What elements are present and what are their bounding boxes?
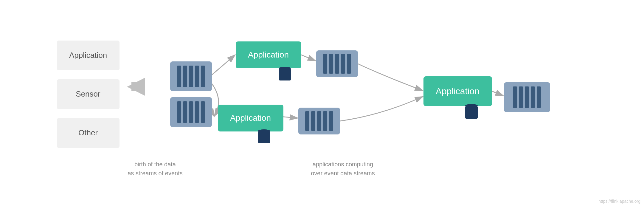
queue-icon-2 [170,97,212,127]
source-box-application: Application [57,41,120,70]
app-3-label: Application [436,86,479,96]
queue-bar [189,101,193,123]
queue-bar [323,111,327,131]
db-icon-1 [279,67,291,80]
queue-bar [195,101,199,123]
app-1-label: Application [248,50,289,60]
queue-bar [195,66,199,87]
queue-bar [531,86,535,108]
queue-bar [317,111,321,131]
queue-bar [513,86,517,108]
svg-line-8 [492,91,503,96]
queue-bar [335,54,339,74]
queue-bar [537,86,541,108]
queue-bar [177,101,181,123]
queue-bar [323,54,327,74]
app-box-1: Application [236,41,301,68]
diagram-container: Application Sensor Other Application [0,0,644,206]
queue-bar [183,101,187,123]
svg-line-4 [212,55,235,75]
queue-bar [201,66,205,87]
queue-icon-1 [170,61,212,91]
db-body [258,131,270,143]
bottom-label-1: birth of the dataas streams of events [114,160,197,178]
db-icon-2 [258,129,270,143]
source-sensor-label: Sensor [76,89,100,99]
queue-bar [311,111,315,131]
db-icon-3 [465,104,478,119]
bottom-label-1-text: birth of the dataas streams of events [128,161,183,176]
bottom-label-2: applications computingover event data st… [292,160,394,178]
source-other-label: Other [78,128,98,137]
queue-bar [201,101,205,123]
source-box-sensor: Sensor [57,79,120,109]
queue-bar [519,86,523,108]
app-2-label: Application [230,113,271,123]
queue-bar [183,66,187,87]
queue-icon-4 [298,108,340,134]
svg-rect-3 [131,82,145,91]
db-body [279,69,291,80]
svg-line-5 [212,112,214,117]
queue-bar [177,66,181,87]
queue-bar [329,54,333,74]
app-box-2: Application [218,105,283,131]
queue-bar [305,111,309,131]
db-body [465,106,478,119]
bottom-label-2-text: applications computingover event data st… [311,161,375,176]
svg-marker-2 [127,78,145,96]
source-box-other: Other [57,118,120,148]
queue-bar [347,54,351,74]
app-box-3: Application [423,76,492,106]
queue-icon-3 [316,50,358,77]
watermark: https://flink.apache.org [598,199,640,204]
queue-bar [341,54,345,74]
queue-bar [329,111,333,131]
queue-bar [189,66,193,87]
queue-icon-5 [504,82,550,112]
source-application-label: Application [69,51,107,60]
svg-line-6 [301,55,316,61]
queue-bar [525,86,529,108]
diagram-inner: Application Sensor Other Application [39,17,605,190]
